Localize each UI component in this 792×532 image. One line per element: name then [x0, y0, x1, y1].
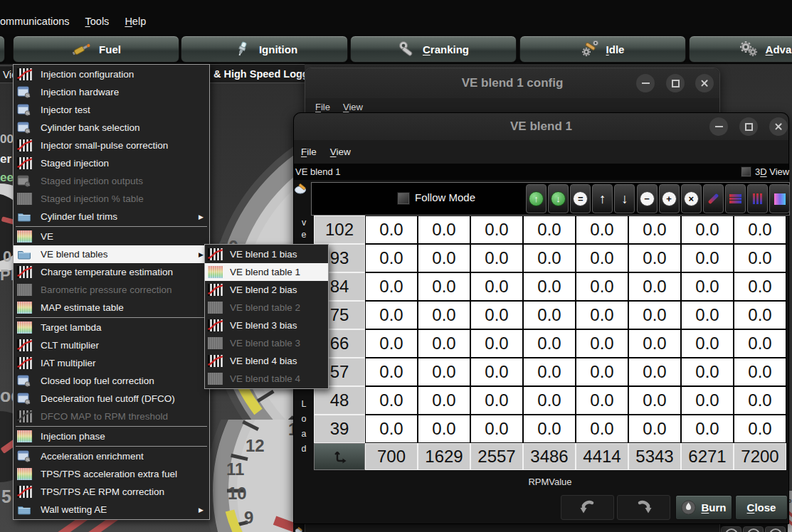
menu-item-tps-tps-acceleration-extra-fuel[interactable]: TPS/TPS acceleration extra fuel: [14, 465, 209, 483]
table-cell[interactable]: 0.0: [628, 272, 681, 301]
menu-file[interactable]: File: [315, 102, 330, 112]
partial-tab[interactable]: [0, 36, 5, 63]
tab-idle[interactable]: Idle: [519, 36, 686, 63]
menu-view[interactable]: View: [330, 147, 351, 157]
burn-button[interactable]: Burn: [675, 495, 732, 520]
table-cell[interactable]: 0.0: [470, 358, 523, 386]
table-cell[interactable]: 0.0: [681, 301, 734, 329]
table-cell[interactable]: 0.0: [734, 216, 786, 244]
menu-item-clt-multiplier[interactable]: CLT multiplier: [14, 336, 209, 354]
decrease-button[interactable]: −: [637, 184, 658, 213]
table-cell[interactable]: 0.0: [681, 329, 734, 358]
menu-item-ve-blend-table-2[interactable]: VE blend table 2: [205, 299, 328, 316]
menu-file[interactable]: File: [301, 147, 317, 157]
close-table-button[interactable]: Close: [735, 495, 788, 520]
menu-item-ve-blend-tables[interactable]: VE blend tables▶: [14, 245, 209, 263]
table-cell[interactable]: 0.0: [365, 216, 418, 244]
maximize-button[interactable]: [666, 74, 685, 92]
table-cell[interactable]: 0.0: [576, 301, 628, 329]
table-cell[interactable]: 0.0: [628, 301, 681, 329]
follow-mode-label[interactable]: Follow Mode: [415, 191, 475, 203]
menu-item-ve-blend-table-3[interactable]: VE blend table 3: [205, 334, 328, 352]
table-cell[interactable]: 0.0: [365, 301, 418, 329]
table-cell[interactable]: 0.0: [470, 216, 523, 244]
table-cell[interactable]: 0.0: [470, 301, 523, 329]
menu-item-charge-temperature-estimation[interactable]: Charge temperature estimation: [14, 263, 209, 281]
table-cell[interactable]: 0.0: [681, 386, 734, 415]
x-axis-cell[interactable]: 6271: [681, 443, 734, 470]
close-button[interactable]: [695, 74, 714, 92]
table-cell[interactable]: 0.0: [523, 301, 576, 329]
table-window-titlebar[interactable]: VE blend 1: [294, 113, 788, 140]
3d-view-checkbox[interactable]: [741, 166, 751, 177]
menu-item-closed-loop-fuel-correction[interactable]: Closed loop fuel correction: [14, 372, 209, 390]
menu-item-cylinder-bank-selection[interactable]: Cylinder bank selection: [14, 119, 209, 137]
multiply-button[interactable]: ×: [681, 184, 702, 213]
menu-item-ve-blend-1-bias[interactable]: VE blend 1 bias: [205, 245, 328, 263]
interpolate-rows-button[interactable]: [725, 184, 746, 213]
menu-item-barometric-pressure-correction[interactable]: Barometric pressure correction: [14, 281, 209, 299]
menu-item-staged-injection-table[interactable]: Staged injection % table: [14, 190, 209, 208]
tab-ignition[interactable]: Ignition: [181, 36, 348, 63]
table-cell[interactable]: 0.0: [576, 386, 628, 415]
table-cell[interactable]: 0.0: [576, 415, 628, 443]
menu-item-target-lambda[interactable]: Target lambda: [14, 319, 209, 336]
table-cell[interactable]: 0.0: [418, 301, 470, 329]
table-cell[interactable]: 0.0: [470, 244, 523, 272]
menu-item-deceleration-fuel-cutoff-dfco[interactable]: Deceleration fuel cutoff (DFCO): [14, 390, 209, 408]
increase-button[interactable]: +: [659, 184, 680, 213]
table-cell[interactable]: 0.0: [734, 329, 786, 358]
decrement-green-button[interactable]: ↓: [548, 184, 569, 213]
table-cell[interactable]: 0.0: [523, 244, 576, 272]
table-cell[interactable]: 0.0: [470, 272, 523, 301]
x-axis-cell[interactable]: 5343: [628, 443, 681, 470]
tab-fuel[interactable]: Fuel: [13, 36, 179, 63]
table-cell[interactable]: 0.0: [365, 386, 418, 415]
table-cell[interactable]: 0.0: [576, 272, 628, 301]
table-cell[interactable]: 0.0: [523, 415, 576, 443]
table-cell[interactable]: 0.0: [576, 244, 628, 272]
menu-item-ve-blend-table-1[interactable]: VE blend table 1: [205, 263, 328, 281]
heatmap-colors-button[interactable]: [769, 184, 790, 213]
table-cell[interactable]: 0.0: [470, 415, 523, 443]
table-cell[interactable]: 0.0: [523, 216, 576, 244]
table-cell[interactable]: 0.0: [470, 329, 523, 358]
table-cell[interactable]: 0.0: [734, 386, 786, 415]
follow-mode-checkbox[interactable]: [397, 192, 410, 205]
table-cell[interactable]: 0.0: [365, 358, 418, 386]
table-cell[interactable]: 0.0: [418, 415, 470, 443]
interpolate-button[interactable]: [703, 184, 724, 213]
menu-item-tps-tps-ae-rpm-correction[interactable]: TPS/TPS AE RPM correction: [14, 483, 209, 501]
menu-item-injection-configuration[interactable]: Injection configuration: [14, 65, 209, 83]
menu-item-iat-multiplier[interactable]: IAT multiplier: [14, 354, 209, 372]
y-axis-cell[interactable]: 102: [314, 216, 365, 244]
table-cell[interactable]: 0.0: [681, 415, 734, 443]
menu-item-ve-blend-table-4[interactable]: VE blend table 4: [205, 370, 328, 388]
minimize-button[interactable]: [709, 117, 728, 136]
table-cell[interactable]: 0.0: [734, 272, 786, 301]
3d-view-label[interactable]: 3D View: [755, 166, 789, 177]
menubar-item-ommunications[interactable]: ommunications: [0, 16, 70, 27]
increment-green-button[interactable]: ↑: [526, 184, 547, 213]
table-cell[interactable]: 0.0: [734, 301, 786, 329]
axis-corner-button[interactable]: [314, 443, 365, 470]
scale-down-button[interactable]: ↓: [614, 184, 635, 213]
menu-item-injection-phase[interactable]: Injection phase: [14, 427, 209, 445]
table-cell[interactable]: 0.0: [418, 244, 470, 272]
tab-cranking[interactable]: Cranking: [350, 36, 517, 63]
table-cell[interactable]: 0.0: [365, 415, 418, 443]
table-cell[interactable]: 0.0: [628, 415, 681, 443]
table-cell[interactable]: 0.0: [628, 329, 681, 358]
menu-item-staged-injection[interactable]: Staged injection: [14, 154, 209, 172]
table-cell[interactable]: 0.0: [418, 358, 470, 386]
interpolate-columns-button[interactable]: [747, 184, 768, 213]
table-cell[interactable]: 0.0: [681, 272, 734, 301]
table-cell[interactable]: 0.0: [576, 329, 628, 358]
config-window-titlebar[interactable]: VE blend 1 config: [305, 68, 719, 98]
menu-item-ve-blend-2-bias[interactable]: VE blend 2 bias: [205, 281, 328, 299]
minimize-button[interactable]: [636, 74, 655, 92]
menubar-item-help[interactable]: Help: [125, 16, 146, 27]
background-toolbar-button[interactable]: [743, 526, 764, 532]
table-cell[interactable]: 0.0: [681, 216, 734, 244]
menubar-item-tools[interactable]: Tools: [85, 16, 110, 27]
